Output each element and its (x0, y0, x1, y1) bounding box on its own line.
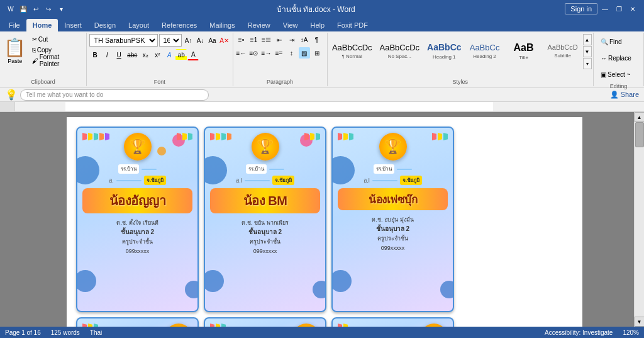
tab-home[interactable]: Home (26, 19, 58, 31)
show-hide-button[interactable]: ¶ (311, 34, 323, 45)
font-group: TH SarabunPSK 16 A↑ A↓ Aa A✕ B I U abc (87, 33, 233, 86)
flag4-3 (94, 324, 98, 327)
share-button[interactable]: 👤 Share (610, 91, 639, 99)
tab-references[interactable]: References (155, 19, 203, 31)
deco-bottom-right (185, 281, 197, 298)
flag4-2 (88, 324, 92, 327)
customize-icon[interactable]: ▾ (55, 3, 67, 14)
style-heading1[interactable]: AaBbCc Heading 1 (424, 34, 464, 68)
font-color-button[interactable]: A (187, 49, 199, 60)
superscript-button[interactable]: x² (152, 49, 163, 60)
tab-mailings[interactable]: Mailings (203, 19, 241, 31)
tab-insert[interactable]: Insert (58, 19, 88, 31)
scroll-down-button[interactable]: ▼ (635, 317, 645, 327)
card4-flags (82, 324, 114, 327)
tab-foxit[interactable]: Foxit PDF (331, 19, 374, 31)
text-highlight-button[interactable]: ab (175, 49, 187, 60)
tell-me-input[interactable]: Tell me what you want to do (20, 89, 209, 101)
replace-button[interactable]: ↔ Replace (596, 50, 641, 65)
text-effects-button[interactable]: A (164, 49, 175, 60)
bold-button[interactable]: B (89, 49, 101, 60)
card1-district: อ. (109, 176, 114, 185)
card2-flags-right (289, 133, 320, 140)
scroll-thumb[interactable] (635, 122, 644, 147)
undo-icon[interactable]: ↩ (30, 3, 42, 14)
change-case-button[interactable]: Aa (207, 35, 218, 46)
increase-indent-button[interactable]: ⇥ (286, 34, 297, 45)
shading-button[interactable]: ▧ (299, 47, 310, 59)
style-normal[interactable]: AaBbCcDc ¶ Normal (329, 34, 375, 68)
close-button[interactable]: ✕ (626, 3, 639, 14)
subscript-button[interactable]: x₂ (140, 49, 151, 60)
justify-button[interactable]: ≡= (274, 47, 285, 59)
align-right-button[interactable]: ≡→ (261, 47, 272, 59)
cut-button[interactable]: ✂ Cut (29, 34, 84, 44)
format-painter-button[interactable]: 🖌 Format Painter (29, 55, 84, 65)
save-icon[interactable]: 💾 (18, 3, 29, 14)
flag3-r3 (443, 133, 448, 140)
style-title[interactable]: AaB Title (505, 34, 543, 68)
align-left-button[interactable]: ≡← (236, 47, 247, 59)
tab-file[interactable]: File (3, 19, 26, 31)
multilevel-button[interactable]: ≡☰ (261, 34, 272, 45)
font-size-select[interactable]: 16 (159, 34, 182, 47)
select-button[interactable]: ▣ Select ~ (596, 67, 641, 82)
flag5-2 (216, 324, 220, 327)
flag3-r1 (432, 133, 436, 140)
italic-button[interactable]: I (101, 49, 113, 60)
tab-layout[interactable]: Layout (122, 19, 155, 31)
increase-font-button[interactable]: A↑ (183, 35, 194, 46)
zoom-level: 120% (623, 329, 639, 336)
editing-group-label: Editing (610, 82, 628, 89)
minimize-button[interactable]: — (599, 3, 611, 14)
style-subtitle-label: Subtitle (554, 53, 571, 59)
borders-button[interactable]: ⊞ (311, 47, 323, 59)
card1-school-blank (142, 169, 157, 170)
card2-name-bg: น้อง BM (210, 188, 320, 213)
tab-view[interactable]: View (277, 19, 304, 31)
styles-scroll-down[interactable]: ▼ (583, 46, 592, 57)
numbering-button[interactable]: ≡1 (248, 34, 260, 45)
sort-button[interactable]: ↕A (299, 34, 310, 45)
decrease-font-button[interactable]: A↓ (195, 35, 206, 46)
deco2-br (313, 281, 325, 298)
clear-format-button[interactable]: A✕ (219, 35, 230, 46)
find-button[interactable]: 🔍 Find (596, 34, 641, 49)
ribbon: 📋 Paste ✂ Cut ⎘ Copy 🖌 Format Painter Cl… (0, 31, 644, 88)
tab-review[interactable]: Review (242, 19, 277, 31)
line-spacing-button[interactable]: ↕ (286, 47, 297, 59)
tab-design[interactable]: Design (88, 19, 122, 31)
format-buttons: B I U abc x₂ x² A ab A (89, 49, 199, 60)
font-group-label: Font (154, 77, 165, 85)
scroll-up-button[interactable]: ▲ (635, 112, 645, 122)
strikethrough-button[interactable]: abc (125, 49, 139, 60)
styles-scroll-up[interactable]: ▲ (583, 34, 592, 45)
document-scroll-area[interactable]: 🏆 รร.บ้าน อ. จ.ชัยภูมิ (15, 112, 634, 327)
card3-flags (338, 133, 369, 140)
card2-teacher: ขยัน พากเพียร (254, 220, 289, 226)
select-icon: ▣ (601, 71, 606, 78)
style-no-spacing-label: No Spac... (388, 54, 411, 59)
style-subtitle[interactable]: AaBbCcD Subtitle (544, 34, 582, 68)
scroll-track[interactable] (635, 122, 644, 317)
styles-expand[interactable]: ▾ (583, 58, 592, 69)
flag-teal (94, 133, 98, 140)
restore-button[interactable]: ❐ (613, 3, 625, 14)
redo-icon[interactable]: ↪ (43, 3, 54, 14)
tab-help[interactable]: Help (304, 19, 331, 31)
font-name-select[interactable]: TH SarabunPSK (89, 34, 157, 47)
vertical-scrollbar[interactable]: ▲ ▼ (634, 112, 644, 327)
bullets-button[interactable]: ≡• (236, 34, 247, 45)
cert-card-4: 🏆 น้องไทย... (76, 317, 199, 327)
style-no-spacing[interactable]: AaBbCcDc No Spac... (377, 34, 423, 68)
decrease-indent-button[interactable]: ⇤ (274, 34, 285, 45)
style-heading2[interactable]: AaBbCc Heading 2 (466, 34, 504, 68)
share-label: Share (621, 91, 639, 98)
card1-name: น้องอัญญา (87, 191, 187, 211)
sign-in-button[interactable]: Sign in (565, 3, 597, 14)
align-center-button[interactable]: ≡⊙ (248, 47, 260, 59)
paragraph-content: ≡• ≡1 ≡☰ ⇤ ⇥ ↕A ¶ ≡← ≡⊙ ≡→ ≡= ↕ ▧ ⊞ (236, 34, 325, 77)
deco2-bl (205, 270, 224, 292)
paste-button[interactable]: 📋 Paste (3, 34, 28, 67)
underline-button[interactable]: U (113, 49, 125, 60)
